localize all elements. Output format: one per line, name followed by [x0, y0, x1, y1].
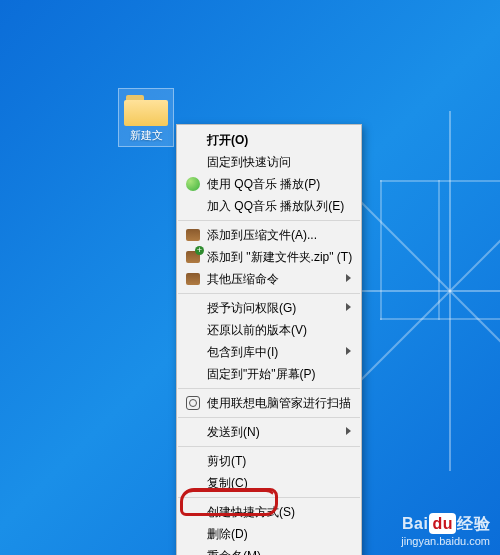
chevron-right-icon: [346, 274, 351, 282]
desktop-folder-icon[interactable]: 新建文: [118, 88, 174, 147]
menu-item-delete[interactable]: 删除(D): [177, 523, 361, 545]
chevron-right-icon: [346, 427, 351, 435]
menu-item-include-library[interactable]: 包含到库中(I): [177, 341, 361, 363]
folder-label: 新建文: [119, 129, 173, 142]
menu-item-add-to-zip[interactable]: 添加到 "新建文件夹.zip" (T): [177, 246, 361, 268]
watermark-brand-suffix: 经验: [457, 515, 490, 532]
menu-separator: [178, 388, 360, 389]
menu-item-label: 授予访问权限(G): [207, 300, 296, 317]
menu-item-send-to[interactable]: 发送到(N): [177, 421, 361, 443]
menu-item-label: 使用联想电脑管家进行扫描: [207, 395, 351, 412]
menu-item-label: 还原以前的版本(V): [207, 322, 307, 339]
watermark-brand: Baidu经验: [401, 513, 490, 535]
qqmusic-icon: [185, 176, 201, 192]
menu-separator: [178, 293, 360, 294]
watermark-brand-mid: du: [429, 513, 456, 535]
menu-item-label: 包含到库中(I): [207, 344, 278, 361]
menu-item-label: 其他压缩命令: [207, 271, 279, 288]
menu-item-label: 发送到(N): [207, 424, 260, 441]
menu-item-pin-start[interactable]: 固定到"开始"屏幕(P): [177, 363, 361, 385]
menu-item-label: 剪切(T): [207, 453, 246, 470]
menu-item-add-qqmusic-queue[interactable]: 加入 QQ音乐 播放队列(E): [177, 195, 361, 217]
menu-item-pin-quick-access[interactable]: 固定到快速访问: [177, 151, 361, 173]
menu-item-label: 使用 QQ音乐 播放(P): [207, 176, 320, 193]
menu-item-restore-previous[interactable]: 还原以前的版本(V): [177, 319, 361, 341]
scan-icon: [185, 395, 201, 411]
watermark-brand-prefix: Bai: [402, 515, 428, 532]
menu-item-cut[interactable]: 剪切(T): [177, 450, 361, 472]
menu-item-label: 固定到快速访问: [207, 154, 291, 171]
chevron-right-icon: [346, 303, 351, 311]
menu-item-label: 固定到"开始"屏幕(P): [207, 366, 316, 383]
archive-add-icon: [185, 249, 201, 265]
menu-item-label: 添加到 "新建文件夹.zip" (T): [207, 249, 352, 266]
menu-item-rename[interactable]: 重命名(M): [177, 545, 361, 555]
menu-item-other-compress[interactable]: 其他压缩命令: [177, 268, 361, 290]
annotation-highlight: [180, 488, 278, 516]
archive-icon: [185, 271, 201, 287]
menu-item-label: 加入 QQ音乐 播放队列(E): [207, 198, 344, 215]
menu-item-label: 打开(O): [207, 132, 248, 149]
watermark-url: jingyan.baidu.com: [401, 534, 490, 549]
menu-item-add-to-archive[interactable]: 添加到压缩文件(A)...: [177, 224, 361, 246]
menu-item-lenovo-scan[interactable]: 使用联想电脑管家进行扫描: [177, 392, 361, 414]
chevron-right-icon: [346, 347, 351, 355]
menu-item-play-qqmusic[interactable]: 使用 QQ音乐 播放(P): [177, 173, 361, 195]
watermark: Baidu经验 jingyan.baidu.com: [401, 513, 490, 549]
menu-separator: [178, 220, 360, 221]
menu-separator: [178, 417, 360, 418]
menu-item-grant-access[interactable]: 授予访问权限(G): [177, 297, 361, 319]
archive-icon: [185, 227, 201, 243]
folder-icon: [124, 93, 168, 127]
menu-item-open[interactable]: 打开(O): [177, 129, 361, 151]
menu-item-label: 删除(D): [207, 526, 248, 543]
menu-item-label: 重命名(M): [207, 548, 261, 556]
menu-separator: [178, 446, 360, 447]
menu-item-label: 添加到压缩文件(A)...: [207, 227, 317, 244]
